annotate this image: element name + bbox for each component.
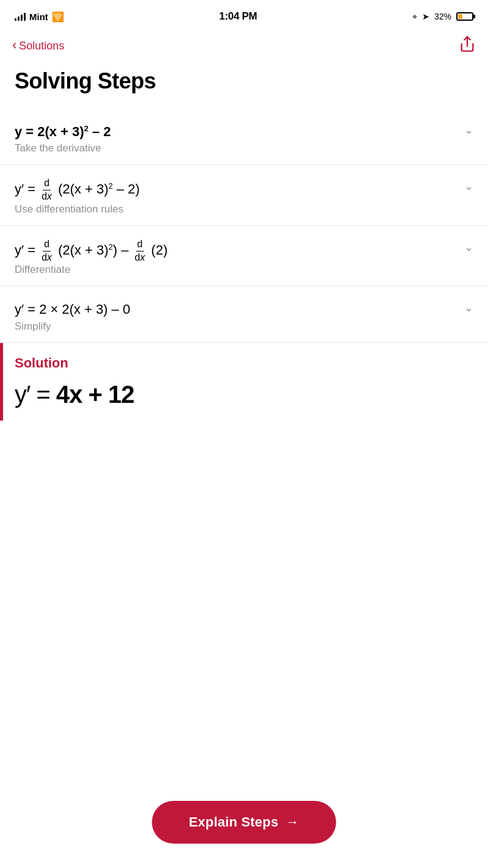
step-2-content: y′ = d dx (2(x + 3)2 – 2) Use differenti… <box>15 177 454 215</box>
compass-icon: ➤ <box>422 12 429 21</box>
solution-formula: y′ = 4x + 12 <box>15 381 473 408</box>
back-button[interactable]: ‹ Solutions <box>12 40 64 52</box>
status-left: Mint 🛜 <box>15 11 64 23</box>
battery-icon <box>456 12 473 21</box>
chevron-down-icon-2: ⌄ <box>464 179 473 193</box>
step-row-2[interactable]: y′ = d dx (2(x + 3)2 – 2) Use differenti… <box>0 165 488 226</box>
status-bar: Mint 🛜 1:04 PM ⌖ ➤ 32% <box>0 0 488 31</box>
share-button[interactable] <box>459 35 476 56</box>
step-4-content: y′ = 2 × 2(x + 3) – 0 Simplify <box>15 298 454 332</box>
step-1-description: Take the derivative <box>15 142 454 154</box>
explain-steps-label: Explain Steps <box>188 814 278 830</box>
chevron-left-icon: ‹ <box>12 38 16 52</box>
step-3-formula: y′ = d dx (2(x + 3)2) – d dx (2) <box>15 238 454 264</box>
back-label: Solutions <box>19 40 64 52</box>
step-1-content: y = 2(x + 3)2 – 2 Take the derivative <box>15 121 454 154</box>
step-4-description: Simplify <box>15 320 454 333</box>
step-2-description: Use differentiation rules <box>15 203 454 215</box>
step-3-content: y′ = d dx (2(x + 3)2) – d dx (2) Differe… <box>15 238 454 277</box>
step-row-1[interactable]: y = 2(x + 3)2 – 2 Take the derivative ⌄ <box>0 109 488 165</box>
step-3-description: Differentiate <box>15 264 454 276</box>
chevron-down-icon-4: ⌄ <box>464 301 473 314</box>
nav-header: ‹ Solutions <box>0 31 488 63</box>
step-4-formula: y′ = 2 × 2(x + 3) – 0 <box>15 298 454 320</box>
status-time: 1:04 PM <box>219 10 257 23</box>
signal-bars-icon <box>15 12 26 21</box>
location-icon: ⌖ <box>412 12 417 22</box>
explain-steps-button[interactable]: Explain Steps → <box>152 801 336 844</box>
wifi-icon: 🛜 <box>52 11 64 23</box>
step-row-4[interactable]: y′ = 2 × 2(x + 3) – 0 Simplify ⌄ <box>0 286 488 342</box>
status-right: ⌖ ➤ 32% <box>412 12 473 22</box>
chevron-down-icon-3: ⌄ <box>464 241 473 254</box>
solution-label: Solution <box>15 355 473 371</box>
arrow-right-icon: → <box>285 814 299 830</box>
step-row-3[interactable]: y′ = d dx (2(x + 3)2) – d dx (2) Differe… <box>0 226 488 287</box>
step-2-formula: y′ = d dx (2(x + 3)2 – 2) <box>15 177 454 203</box>
page-title: Solving Steps <box>0 63 488 109</box>
step-1-formula: y = 2(x + 3)2 – 2 <box>15 121 454 142</box>
bottom-area: Explain Steps → <box>0 789 488 868</box>
carrier-name: Mint <box>29 12 48 22</box>
solution-section: Solution y′ = 4x + 12 <box>0 343 488 421</box>
battery-percent: 32% <box>434 12 451 21</box>
chevron-down-icon-1: ⌄ <box>464 123 473 137</box>
